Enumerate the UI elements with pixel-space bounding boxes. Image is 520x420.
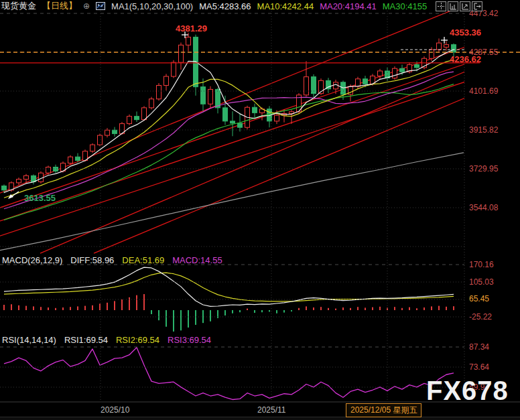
price-axis-label: 3729.95 xyxy=(469,165,498,173)
axis-arrow-icon[interactable] xyxy=(460,1,470,11)
ma20-value-label: MA20:4194.41 xyxy=(320,1,377,11)
macd-diff-label: DIFF:58.96 xyxy=(70,255,114,265)
macd-title: MACD(26,12,9) xyxy=(2,255,62,265)
macd-axis-label: 170.16 xyxy=(469,261,494,269)
add-indicator-icon[interactable]: ⊕ xyxy=(83,1,90,11)
rsi-panel-header: RSI(14,14,14) RSI1:69.54 RSI2:69.54 RSI3… xyxy=(2,335,211,345)
macd-dea-label: DEA:51.69 xyxy=(122,255,164,265)
rsi-axis-label: 87.34 xyxy=(469,343,489,352)
macd-axis-label: 65.45 xyxy=(469,295,489,303)
rsi1-label: RSI1:69.54 xyxy=(64,335,108,345)
ma-settings-label: MA1(5,10,20,30,100) xyxy=(111,1,193,11)
price-axis-label: 3544.08 xyxy=(469,204,498,212)
rsi-title: RSI(14,14,14) xyxy=(2,335,56,345)
pan-tool-icon[interactable] xyxy=(436,1,446,11)
price-axis-label: 4101.69 xyxy=(469,87,498,96)
trading-app: 现货黄金 【日线】 ⊕ MA1(5,10,20,30,100) MA5:4283… xyxy=(0,0,520,420)
ma30-value-label: MA30:4155 xyxy=(383,1,428,11)
rsi-axis-label: 73.64 xyxy=(469,363,489,372)
chart-header: 现货黄金 【日线】 ⊕ MA1(5,10,20,30,100) MA5:4283… xyxy=(1,1,427,11)
rsi3-label: RSI3:69.54 xyxy=(168,335,211,345)
chart-toolbar xyxy=(436,1,482,11)
month-label-nov: 2025/11 xyxy=(257,405,286,415)
macd-value-label: MACD:14.55 xyxy=(172,255,222,265)
month-label-oct: 2025/10 xyxy=(101,405,129,415)
macd-panel-header: MACD(26,12,9) DIFF:58.96 DEA:51.69 MACD:… xyxy=(2,255,222,265)
recent-high-price-label: 4353.36 xyxy=(450,28,481,38)
price-axis-label: 3915.82 xyxy=(469,126,498,135)
support-price-label: 4236.62 xyxy=(450,55,481,64)
ma5-value-label: MA5:4283.66 xyxy=(199,1,251,11)
peak-price-label: 4381.29 xyxy=(176,24,207,33)
axis-scale-icon[interactable] xyxy=(448,1,458,11)
macd-axis-label: 105.03 xyxy=(469,278,494,287)
rsi2-label: RSI2:69.54 xyxy=(116,335,159,345)
low-price-label: 3613.55 xyxy=(24,194,56,203)
symbol-title: 现货黄金 xyxy=(1,0,36,12)
mini-chart-icon[interactable] xyxy=(96,2,105,10)
current-date-label: 2025/12/05 星期五 xyxy=(346,403,421,417)
fx678-watermark: FX678 xyxy=(426,376,509,406)
macd-axis-label: -25.22 xyxy=(469,313,492,322)
bottom-strip xyxy=(0,417,520,420)
ma10-value-label: MA10:4242.44 xyxy=(257,1,314,11)
price-chart-svg xyxy=(0,0,520,420)
timeframe-label: 【日线】 xyxy=(42,0,77,12)
exit-chart-icon[interactable] xyxy=(472,1,482,11)
